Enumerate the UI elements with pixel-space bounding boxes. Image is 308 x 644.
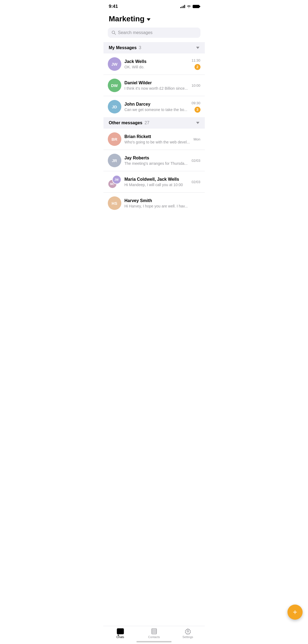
avatar-harvey-smith: HS xyxy=(108,196,121,210)
chat-content-harvey-smith: Harvey Smith Hi Harvey, I hope you are w… xyxy=(125,198,197,208)
wifi-icon xyxy=(187,5,191,8)
chat-meta-john-darcey: 09:30 3 xyxy=(192,101,200,113)
chat-preview-brian-rickett: Who's going to be with the web devel... xyxy=(125,140,190,144)
chat-name-maria-jack: Maria Coldwell, Jack Wells xyxy=(125,177,188,182)
chat-time-john-darcey: 09:30 xyxy=(192,101,200,105)
other-messages-section-header[interactable]: Other messages 27 xyxy=(103,117,205,129)
search-icon xyxy=(112,31,116,35)
chat-time-jay-roberts: 02/03 xyxy=(192,159,200,163)
avatar-brian-rickett: BR xyxy=(108,132,121,146)
avatar-john-darcey: JD xyxy=(108,100,121,113)
chat-name-harvey-smith: Harvey Smith xyxy=(125,198,197,203)
chat-meta-jack-wells: 11:30 2 xyxy=(192,58,200,70)
chat-meta-brian-rickett: Mon xyxy=(193,137,200,141)
other-messages-count: 27 xyxy=(145,120,149,125)
other-messages-list: BR Brian Rickett Who's going to be with … xyxy=(103,129,205,214)
chat-preview-jack-wells: OK. Will do. xyxy=(125,65,188,69)
svg-line-1 xyxy=(114,33,116,35)
chat-content-jack-wells: Jack Wells OK. Will do. xyxy=(125,59,188,69)
avatar-jack-wells: JW xyxy=(108,57,121,71)
chat-name-john-darcey: John Darcey xyxy=(125,102,188,107)
chat-time-maria-jack: 02/03 xyxy=(192,180,200,184)
chat-content-jay-roberts: Jay Roberts The meeting's arranges for T… xyxy=(125,156,188,166)
avatar-daniel-wilder: DW xyxy=(108,79,121,92)
avatar-stack-maria-jack: JW MC xyxy=(108,175,121,189)
search-box[interactable]: Search messages xyxy=(108,28,200,38)
chat-item-harvey-smith[interactable]: HS Harvey Smith Hi Harvey, I hope you ar… xyxy=(103,193,205,214)
chat-preview-daniel-wilder: I think it's now worth £2 Billion since.… xyxy=(125,86,188,90)
chat-preview-maria-jack: Hi Mandeep, I will call you at 10:00 xyxy=(125,183,188,187)
my-messages-section-header[interactable]: My Messages 3 xyxy=(103,42,205,53)
unread-badge-john-darcey: 3 xyxy=(195,107,200,113)
chat-meta-jay-roberts: 02/03 xyxy=(192,159,200,163)
status-time: 9:41 xyxy=(109,4,118,9)
chat-item-maria-jack[interactable]: JW MC Maria Coldwell, Jack Wells Hi Mand… xyxy=(103,171,205,193)
chat-name-jay-roberts: Jay Roberts xyxy=(125,156,188,160)
chat-item-john-darcey[interactable]: JD John Darcey Can we get someone to tak… xyxy=(103,96,205,117)
other-messages-title: Other messages xyxy=(109,120,143,125)
chat-preview-jay-roberts: The meeting's arranges for Thursda... xyxy=(125,161,188,166)
workspace-title: Marketing xyxy=(109,15,145,23)
chat-name-brian-rickett: Brian Rickett xyxy=(125,134,190,139)
chat-time-brian-rickett: Mon xyxy=(193,137,200,141)
signal-icon xyxy=(180,5,185,8)
chat-content-daniel-wilder: Daniel Wilder I think it's now worth £2 … xyxy=(125,81,188,90)
avatar-jack-wells-small: JW xyxy=(112,175,121,184)
unread-badge-jack-wells: 2 xyxy=(195,64,200,70)
my-messages-chevron-icon xyxy=(196,47,199,49)
my-messages-title-wrap: My Messages 3 xyxy=(109,45,141,50)
status-bar: 9:41 xyxy=(103,0,205,11)
chat-time-jack-wells: 11:30 xyxy=(192,58,200,62)
workspace-chevron-icon[interactable] xyxy=(147,18,150,21)
search-container: Search messages xyxy=(103,28,205,42)
status-icons xyxy=(180,5,199,8)
app-header: Marketing xyxy=(103,11,205,28)
chat-content-brian-rickett: Brian Rickett Who's going to be with the… xyxy=(125,134,190,144)
chat-item-jack-wells[interactable]: JW Jack Wells OK. Will do. 11:30 2 xyxy=(103,53,205,75)
chat-meta-daniel-wilder: 10:00 xyxy=(192,83,200,88)
header-title[interactable]: Marketing xyxy=(109,15,199,23)
chat-name-jack-wells: Jack Wells xyxy=(125,59,188,64)
chat-item-brian-rickett[interactable]: BR Brian Rickett Who's going to be with … xyxy=(103,129,205,150)
chat-meta-maria-jack: 02/03 xyxy=(192,180,200,184)
battery-icon xyxy=(193,5,199,8)
chat-preview-john-darcey: Can we get someone to take the bo... xyxy=(125,108,188,112)
chat-preview-harvey-smith: Hi Harvey, I hope you are well. I hav... xyxy=(125,204,197,208)
other-messages-title-wrap: Other messages 27 xyxy=(109,120,149,125)
my-messages-title: My Messages xyxy=(109,45,137,50)
chat-content-john-darcey: John Darcey Can we get someone to take t… xyxy=(125,102,188,112)
chat-content-maria-jack: Maria Coldwell, Jack Wells Hi Mandeep, I… xyxy=(125,177,188,187)
search-input[interactable]: Search messages xyxy=(118,30,153,35)
other-messages-chevron-icon xyxy=(196,122,199,124)
chat-name-daniel-wilder: Daniel Wilder xyxy=(125,81,188,85)
avatar-jay-roberts: JR xyxy=(108,154,121,167)
chat-time-daniel-wilder: 10:00 xyxy=(192,83,200,88)
my-messages-list: JW Jack Wells OK. Will do. 11:30 2 DW Da… xyxy=(103,53,205,117)
chat-item-daniel-wilder[interactable]: DW Daniel Wilder I think it's now worth … xyxy=(103,75,205,96)
chat-item-jay-roberts[interactable]: JR Jay Roberts The meeting's arranges fo… xyxy=(103,150,205,171)
my-messages-count: 3 xyxy=(139,45,141,50)
